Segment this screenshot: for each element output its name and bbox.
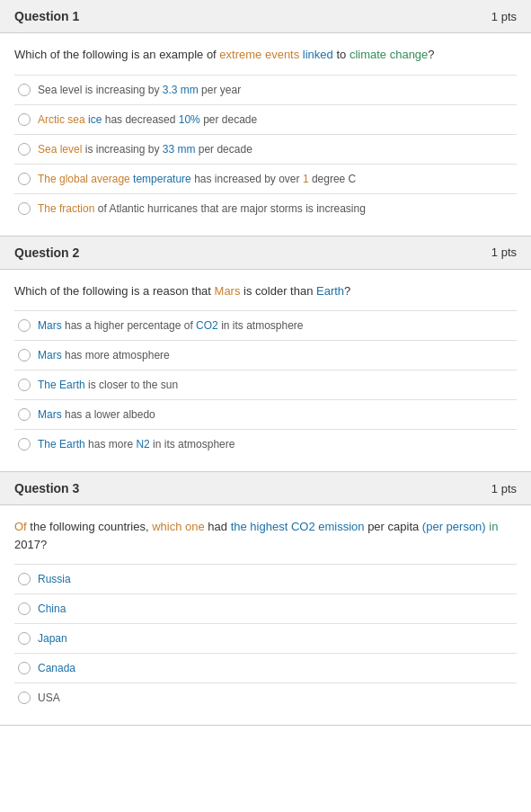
option-label-q3o1: Russia: [38, 573, 71, 585]
option-label-q1o1: Sea level is increasing by 3.3 mm per ye…: [38, 84, 241, 96]
radio-q2o1[interactable]: [18, 319, 31, 332]
question-1-title: Question 1: [14, 9, 79, 23]
question-2-option-3[interactable]: The Earth is closer to the sun: [14, 370, 517, 399]
question-2-body: Which of the following is a reason that …: [0, 270, 531, 472]
radio-q3o5[interactable]: [18, 692, 31, 704]
question-3-option-5[interactable]: USA: [14, 683, 517, 712]
question-3-option-2[interactable]: China: [14, 593, 517, 623]
question-3-option-1[interactable]: Russia: [14, 564, 517, 593]
question-1-text: Which of the following is an example of …: [14, 46, 517, 64]
radio-q2o4[interactable]: [18, 408, 31, 421]
radio-q3o4[interactable]: [18, 662, 31, 674]
question-1-option-1[interactable]: Sea level is increasing by 3.3 mm per ye…: [14, 75, 517, 104]
question-2-options: Mars has a higher percentage of CO2 in i…: [14, 310, 517, 459]
option-label-q2o3: The Earth is closer to the sun: [38, 379, 178, 391]
question-1-option-2[interactable]: Arctic sea ice has decreased 10% per dec…: [14, 104, 517, 134]
radio-q1o4[interactable]: [18, 173, 31, 185]
question-3-option-4[interactable]: Canada: [14, 653, 517, 683]
question-3-options: Russia China Japan Canada USA: [14, 564, 517, 712]
option-label-q3o2: China: [38, 602, 66, 615]
option-label-q2o1: Mars has a higher percentage of CO2 in i…: [38, 319, 304, 332]
radio-q1o3[interactable]: [18, 143, 31, 156]
radio-q1o5[interactable]: [18, 202, 31, 215]
radio-q3o1[interactable]: [18, 573, 31, 585]
question-2-header: Question 2 1 pts: [0, 236, 531, 270]
question-1-option-5[interactable]: The fraction of Atlantic hurricanes that…: [14, 193, 517, 223]
radio-q1o2[interactable]: [18, 113, 31, 126]
question-1-options: Sea level is increasing by 3.3 mm per ye…: [14, 75, 517, 223]
question-1-body: Which of the following is an example of …: [0, 33, 531, 236]
question-1-pts: 1 pts: [491, 10, 517, 23]
option-label-q3o4: Canada: [38, 662, 75, 674]
question-2-option-4[interactable]: Mars has a lower albedo: [14, 399, 517, 429]
radio-q3o3[interactable]: [18, 632, 31, 645]
radio-q2o2[interactable]: [18, 349, 31, 361]
question-2-block: Question 2 1 pts Which of the following …: [0, 236, 531, 473]
option-label-q1o3: Sea level is increasing by 33 mm per dec…: [38, 143, 252, 156]
question-2-option-2[interactable]: Mars has more atmosphere: [14, 340, 517, 370]
question-3-block: Question 3 1 pts Of the following countr…: [0, 472, 531, 726]
question-3-body: Of the following countries, which one ha…: [0, 505, 531, 725]
option-label-q2o4: Mars has a lower albedo: [38, 408, 155, 421]
option-label-q1o5: The fraction of Atlantic hurricanes that…: [38, 202, 366, 215]
radio-q2o3[interactable]: [18, 379, 31, 391]
question-3-pts: 1 pts: [491, 482, 517, 495]
option-label-q3o5: USA: [38, 692, 60, 704]
question-3-header: Question 3 1 pts: [0, 472, 531, 505]
option-label-q3o3: Japan: [38, 632, 67, 645]
question-2-option-5[interactable]: The Earth has more N2 in its atmosphere: [14, 429, 517, 459]
option-label-q1o2: Arctic sea ice has decreased 10% per dec…: [38, 113, 257, 126]
question-2-text: Which of the following is a reason that …: [14, 282, 517, 300]
question-3-option-3[interactable]: Japan: [14, 623, 517, 653]
question-3-text: Of the following countries, which one ha…: [14, 518, 517, 553]
question-1-header: Question 1 1 pts: [0, 0, 531, 33]
question-2-pts: 1 pts: [491, 245, 517, 259]
question-1-option-3[interactable]: Sea level is increasing by 33 mm per dec…: [14, 134, 517, 164]
question-2-option-1[interactable]: Mars has a higher percentage of CO2 in i…: [14, 310, 517, 340]
question-3-title: Question 3: [14, 481, 79, 495]
option-label-q2o2: Mars has more atmosphere: [38, 349, 170, 361]
question-2-title: Question 2: [14, 245, 79, 260]
question-1-block: Question 1 1 pts Which of the following …: [0, 0, 531, 236]
question-1-option-4[interactable]: The global average temperature has incre…: [14, 164, 517, 193]
option-label-q1o4: The global average temperature has incre…: [38, 173, 356, 185]
radio-q3o2[interactable]: [18, 602, 31, 615]
radio-q1o1[interactable]: [18, 84, 31, 96]
option-label-q2o5: The Earth has more N2 in its atmosphere: [38, 438, 235, 451]
radio-q2o5[interactable]: [18, 438, 31, 451]
